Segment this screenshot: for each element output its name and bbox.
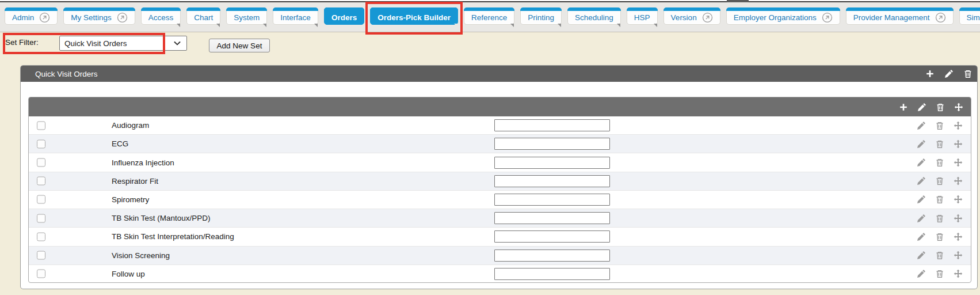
delete-icon[interactable] bbox=[936, 103, 945, 112]
row-checkbox[interactable] bbox=[37, 270, 45, 278]
row-checkbox[interactable] bbox=[37, 177, 45, 186]
row-checkbox[interactable] bbox=[37, 251, 45, 260]
tab-chart[interactable]: Chart bbox=[186, 7, 220, 25]
tab-printing[interactable]: Printing bbox=[520, 7, 562, 25]
delete-icon[interactable] bbox=[935, 121, 944, 130]
row-label: ECG bbox=[112, 139, 128, 148]
tab-employer-organizations[interactable]: Employer Organizations bbox=[726, 7, 840, 25]
tab-similar-exposure-groups[interactable]: Similar Exposure Groups (SEGs) bbox=[959, 7, 980, 25]
table-header bbox=[29, 97, 971, 116]
add-icon[interactable] bbox=[899, 103, 908, 112]
move-icon[interactable] bbox=[954, 158, 963, 167]
table-row: TB Skin Test (Mantoux/PPD) bbox=[29, 209, 971, 227]
row-text-input[interactable] bbox=[494, 268, 610, 280]
set-filter-label: Set Filter: bbox=[5, 38, 39, 47]
move-icon[interactable] bbox=[954, 195, 963, 204]
tab-reference[interactable]: Reference bbox=[464, 7, 514, 25]
edit-icon[interactable] bbox=[917, 158, 926, 167]
row-text-input[interactable] bbox=[494, 119, 610, 131]
row-text-input[interactable] bbox=[494, 230, 610, 243]
edit-icon[interactable] bbox=[917, 176, 926, 186]
set-filter-selected-value: Quick Visit Orders bbox=[64, 39, 170, 48]
edit-icon[interactable] bbox=[917, 269, 926, 278]
move-icon[interactable] bbox=[954, 176, 963, 186]
edit-icon[interactable] bbox=[944, 69, 954, 78]
tab-label: Access bbox=[148, 13, 174, 22]
open-new-window-icon[interactable] bbox=[822, 12, 833, 23]
edit-icon[interactable] bbox=[917, 139, 926, 149]
tab-admin[interactable]: Admin bbox=[5, 7, 58, 25]
row-checkbox[interactable] bbox=[37, 195, 45, 204]
delete-icon[interactable] bbox=[935, 214, 944, 223]
edit-icon[interactable] bbox=[917, 121, 926, 130]
row-checkbox[interactable] bbox=[37, 121, 45, 130]
edit-icon[interactable] bbox=[917, 232, 926, 241]
row-actions bbox=[917, 232, 963, 241]
edit-icon[interactable] bbox=[917, 251, 926, 260]
tab-label: Version bbox=[671, 13, 697, 22]
tab-orders-pick-builder[interactable]: Orders-Pick Builder bbox=[370, 7, 458, 25]
row-text-input[interactable] bbox=[494, 194, 610, 206]
open-new-window-icon[interactable] bbox=[39, 12, 50, 23]
table-row: Influenza Injection bbox=[29, 153, 971, 171]
row-text-input[interactable] bbox=[494, 212, 610, 224]
tab-access[interactable]: Access bbox=[141, 7, 181, 25]
row-label: TB Skin Test (Mantoux/PPD) bbox=[112, 214, 211, 222]
edit-icon[interactable] bbox=[917, 103, 926, 112]
chevron-down-icon bbox=[173, 39, 182, 48]
delete-icon[interactable] bbox=[935, 158, 944, 167]
edit-icon[interactable] bbox=[917, 214, 926, 223]
tab-hsp[interactable]: HSP bbox=[627, 7, 658, 25]
row-text-input[interactable] bbox=[494, 138, 610, 150]
table-row: Spirometry bbox=[29, 190, 971, 209]
move-icon[interactable] bbox=[954, 269, 963, 278]
delete-icon[interactable] bbox=[935, 232, 944, 241]
delete-icon[interactable] bbox=[935, 176, 944, 186]
table-rows: Audiogram ECG In bbox=[29, 116, 971, 283]
row-actions bbox=[917, 251, 963, 260]
row-checkbox[interactable] bbox=[37, 158, 45, 167]
delete-icon[interactable] bbox=[935, 269, 944, 278]
set-filter-dropdown[interactable]: Quick Visit Orders bbox=[59, 36, 187, 51]
open-new-window-icon[interactable] bbox=[117, 12, 128, 23]
quick-visit-orders-panel: Quick Visit Orders Audiogram bbox=[20, 65, 978, 289]
table-row: Audiogram bbox=[29, 116, 971, 134]
row-label: Spirometry bbox=[112, 195, 149, 204]
tab-provider-management[interactable]: Provider Management bbox=[846, 7, 954, 25]
tab-system[interactable]: System bbox=[226, 7, 267, 25]
row-text-input[interactable] bbox=[494, 157, 610, 169]
move-icon[interactable] bbox=[954, 251, 963, 260]
move-icon[interactable] bbox=[954, 121, 963, 130]
tab-my-settings[interactable]: My Settings bbox=[63, 7, 135, 25]
add-icon[interactable] bbox=[925, 69, 935, 78]
move-icon[interactable] bbox=[954, 232, 963, 241]
tab-label: Reference bbox=[471, 13, 507, 22]
move-icon[interactable] bbox=[954, 103, 963, 112]
row-actions bbox=[917, 269, 963, 278]
row-checkbox[interactable] bbox=[37, 232, 45, 241]
move-icon[interactable] bbox=[954, 214, 963, 223]
edit-icon[interactable] bbox=[917, 195, 926, 204]
delete-icon[interactable] bbox=[935, 139, 944, 149]
row-label: Vision Screening bbox=[112, 251, 170, 260]
tab-scheduling[interactable]: Scheduling bbox=[567, 7, 621, 25]
row-text-input[interactable] bbox=[494, 175, 610, 187]
submenu-corner-icon bbox=[454, 24, 457, 27]
row-checkbox[interactable] bbox=[37, 139, 45, 148]
row-actions bbox=[917, 214, 963, 223]
row-checkbox[interactable] bbox=[37, 214, 45, 222]
tab-interface[interactable]: Interface bbox=[273, 7, 318, 25]
row-label: Respirator Fit bbox=[112, 177, 158, 186]
row-actions bbox=[917, 158, 963, 167]
row-text-input[interactable] bbox=[494, 249, 610, 262]
open-new-window-icon[interactable] bbox=[702, 12, 713, 23]
open-new-window-icon[interactable] bbox=[935, 12, 946, 23]
delete-icon[interactable] bbox=[935, 251, 944, 260]
tab-orders[interactable]: Orders bbox=[324, 7, 364, 25]
orders-table: Audiogram ECG In bbox=[28, 97, 971, 283]
move-icon[interactable] bbox=[954, 139, 963, 149]
tab-version[interactable]: Version bbox=[663, 7, 720, 25]
delete-icon[interactable] bbox=[963, 69, 973, 78]
delete-icon[interactable] bbox=[935, 195, 944, 204]
add-new-set-button[interactable]: Add New Set bbox=[209, 39, 270, 52]
